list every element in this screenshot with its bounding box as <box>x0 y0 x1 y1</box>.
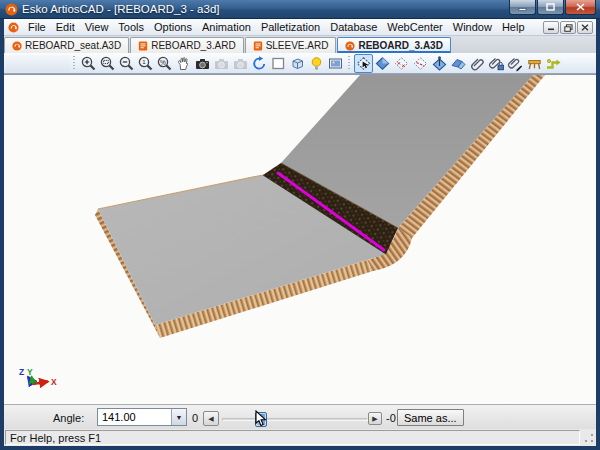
toolbar-grip[interactable] <box>72 56 77 71</box>
menu-animation[interactable]: Animation <box>197 20 256 34</box>
angle-slider-track[interactable] <box>222 418 368 421</box>
zoom-out-icon <box>118 55 135 72</box>
camera-icon <box>194 55 211 72</box>
angle-slider-thumb[interactable] <box>255 412 267 427</box>
fold-angle-flat-icon <box>393 55 410 72</box>
fold-sequence-button[interactable] <box>544 54 563 73</box>
solid-view-button[interactable] <box>288 54 307 73</box>
zoom-one-to-one-icon: 1 <box>137 55 154 72</box>
rotate-arrow-icon <box>251 55 268 72</box>
ard-document-icon <box>138 41 148 51</box>
snapshot-disabled-2-button[interactable] <box>231 54 250 73</box>
attach-button[interactable] <box>468 54 487 73</box>
menu-tools[interactable]: Tools <box>113 20 149 34</box>
menu-database[interactable]: Database <box>325 20 382 34</box>
angle-value-input[interactable] <box>98 409 171 425</box>
fold-angle-flat-button[interactable] <box>392 54 411 73</box>
menu-edit[interactable]: Edit <box>51 20 80 34</box>
same-as-button[interactable]: Same as... <box>397 409 464 426</box>
mdi-minimize-button[interactable] <box>543 21 559 34</box>
svg-text:%: % <box>160 58 166 65</box>
zoom-one-to-one-button[interactable]: 1 <box>136 54 155 73</box>
angle-dropdown-button[interactable]: ▼ <box>171 409 186 425</box>
mdi-minimize-icon <box>547 24 555 31</box>
menu-palletization[interactable]: Palletization <box>256 20 325 34</box>
bend-panel-icon <box>450 55 467 72</box>
zoom-rectangle-icon <box>99 55 116 72</box>
menu-view[interactable]: View <box>80 20 114 34</box>
mdi-close-button[interactable] <box>577 21 593 34</box>
tab-reboard-3-a3d-active[interactable]: REBOARD_3.A3D <box>337 37 450 53</box>
zoom-in-button[interactable] <box>79 54 98 73</box>
tab-label: REBOARD_3.A3D <box>358 40 442 51</box>
title-bar[interactable]: Esko ArtiosCAD - [REBOARD_3 - a3d] <box>0 0 600 19</box>
fold-angle-partial-button[interactable] <box>411 54 430 73</box>
arrow-left-icon: ◀ <box>208 415 213 423</box>
zoom-scale-button[interactable]: % <box>155 54 174 73</box>
menu-help[interactable]: Help <box>497 20 530 34</box>
fold-angle-bar: Angle: ▼ 0 ◀ ▶ -0 Same as... <box>4 404 596 429</box>
light-bulb-icon <box>308 55 325 72</box>
camera-disabled-icon <box>232 55 249 72</box>
angle-label: Angle: <box>53 411 84 425</box>
toolbar-grip[interactable] <box>347 56 352 71</box>
bend-panel-button[interactable] <box>449 54 468 73</box>
mdi-restore-button[interactable] <box>560 21 576 34</box>
snapshot-disabled-1-button[interactable] <box>212 54 231 73</box>
attach-edit-button[interactable] <box>506 54 525 73</box>
viewport-3d[interactable]: Z Y X <box>4 74 596 404</box>
esko-app-icon <box>5 3 18 16</box>
angle-step-left-button[interactable]: ◀ <box>203 411 219 426</box>
snapshot-button[interactable] <box>193 54 212 73</box>
menu-window[interactable]: Window <box>448 20 497 34</box>
angle-min-label: 0 <box>192 411 198 425</box>
menu-options[interactable]: Options <box>149 20 197 34</box>
stand-tool-button[interactable] <box>525 54 544 73</box>
fold-to-meet-button[interactable] <box>430 54 449 73</box>
axis-indicator: Z Y X <box>19 367 57 387</box>
toolbar-docking-area <box>6 55 70 72</box>
document-tab-bar: REBOARD_seat.A3D REBOARD_3.ARD SLEEVE.AR… <box>4 36 596 53</box>
status-message: For Help, press F1 <box>5 430 580 445</box>
attach-lock-button[interactable] <box>487 54 506 73</box>
minimize-icon <box>518 4 527 11</box>
angle-combobox[interactable]: ▼ <box>97 408 187 426</box>
menu-webcenter[interactable]: WebCenter <box>382 20 447 34</box>
zoom-out-button[interactable] <box>117 54 136 73</box>
camera-disabled-icon <box>213 55 230 72</box>
maximize-button[interactable] <box>537 0 564 15</box>
light-source-button[interactable] <box>307 54 326 73</box>
arrow-right-icon: ▶ <box>372 415 377 423</box>
close-button[interactable] <box>565 0 596 15</box>
mdi-close-icon <box>581 24 589 31</box>
minimize-button[interactable] <box>509 0 536 15</box>
z-axis-label: Z <box>19 367 24 377</box>
tab-sleeve-ard[interactable]: SLEEVE.ARD <box>245 37 337 53</box>
tab-label: SLEEVE.ARD <box>266 40 329 51</box>
tab-reboard-seat-a3d[interactable]: REBOARD_seat.A3D <box>4 37 129 53</box>
fold-to-meet-icon <box>431 55 448 72</box>
fold-angle-select-button[interactable] <box>354 54 373 73</box>
y-axis-label: Y <box>27 367 33 377</box>
menu-file[interactable]: File <box>23 20 51 34</box>
fold-panel-button[interactable] <box>373 54 392 73</box>
tab-label: REBOARD_3.ARD <box>151 40 235 51</box>
angle-step-right-button[interactable]: ▶ <box>368 412 382 425</box>
zoom-in-icon <box>80 55 97 72</box>
render-options-icon <box>327 55 344 72</box>
esko-app-icon <box>345 41 355 51</box>
tab-label: REBOARD_seat.A3D <box>25 40 121 51</box>
tab-reboard-3-ard[interactable]: REBOARD_3.ARD <box>130 37 243 53</box>
pan-button[interactable] <box>174 54 193 73</box>
zoom-scale-icon: % <box>156 55 173 72</box>
fold-angle-select-icon <box>355 55 372 72</box>
rotate-view-button[interactable] <box>250 54 269 73</box>
outline-view-button[interactable] <box>269 54 288 73</box>
cube-3d-icon <box>289 55 306 72</box>
zoom-rectangle-button[interactable] <box>98 54 117 73</box>
chevron-down-icon: ▼ <box>176 414 183 421</box>
render-options-button[interactable] <box>326 54 345 73</box>
resize-grip[interactable] <box>582 432 595 445</box>
paperclip-edit-icon <box>507 55 524 72</box>
mdi-restore-icon <box>564 24 573 32</box>
